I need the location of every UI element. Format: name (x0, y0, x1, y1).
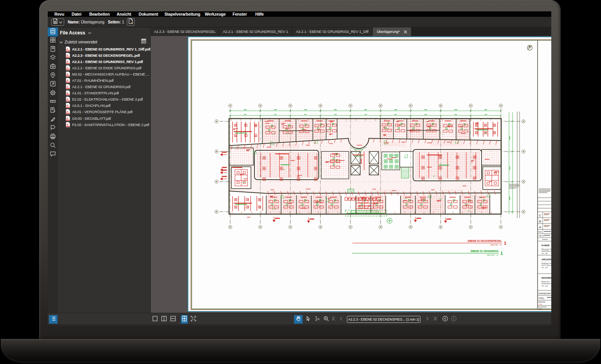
close-icon[interactable] (404, 30, 407, 34)
recent-grid-icon[interactable] (141, 38, 146, 45)
file-name: P2.02 - SANITÄRINSTALLATION – EBENE 2.pd… (72, 123, 149, 127)
first-page-button[interactable] (329, 315, 338, 324)
rev-label: REV (538, 231, 542, 233)
previous-page-button[interactable] (337, 315, 346, 324)
panel-tab-print[interactable] (48, 133, 58, 141)
pdf-file-icon (66, 122, 70, 127)
separator (179, 317, 179, 322)
pdf-file-icon (66, 103, 70, 108)
file-row[interactable]: P2.02 - SANITÄRINSTALLATION – EBENE 2.pd… (58, 121, 150, 128)
panel-tab-links[interactable] (48, 80, 58, 89)
previous-page-icon (338, 315, 345, 323)
next-view-button[interactable] (449, 315, 458, 324)
overlay-document-dropdown[interactable] (51, 18, 64, 26)
file-row[interactable]: G0.00 - DECKBLATT.pdf (58, 115, 150, 121)
menu-stapelverarbeitung[interactable]: Stapelverarbeitung (164, 11, 200, 17)
standort-label: STANDORT: (538, 292, 551, 295)
menu-ansicht[interactable]: Ansicht (117, 11, 131, 17)
menu-fenster[interactable]: Fenster (233, 11, 247, 17)
last-page-button[interactable] (431, 315, 439, 324)
main-area: File Access Zuletzt verwendet A2.2.1 - E… (48, 27, 551, 313)
recent-section-header[interactable]: Zuletzt verwendet (58, 39, 150, 45)
panel-tab-properties[interactable] (48, 89, 58, 97)
select-button[interactable] (304, 315, 312, 324)
select-text-button[interactable]: A (313, 315, 321, 324)
document-tabbar: A2.2.3 - EBENE 02 DECKENSPIEGELA2.2.1 - … (151, 27, 551, 36)
tab-grundriss-rev1-diff[interactable]: A2.2.1 - EBENE 02 GRUNDRISS_REV 1_Diff (292, 27, 373, 36)
titleblock-architekt-line2: Tel: +49 (541, 267, 548, 268)
titleblock-kunde-title: KUNDE (541, 244, 550, 247)
single-page-view-button[interactable] (152, 315, 159, 324)
menu-bearbeiten[interactable]: Bearbeiten (89, 11, 110, 17)
panel-tab-toolchest[interactable] (48, 63, 58, 71)
properties-icon (50, 90, 56, 97)
view-mode-group (152, 313, 197, 324)
panel-tab-signatures[interactable] (48, 115, 58, 124)
side-by-side-view-button[interactable] (161, 315, 168, 324)
panel-tab-studio[interactable] (48, 150, 58, 159)
menu-revu[interactable]: Revu (54, 11, 64, 17)
document-canvas[interactable]: EBENE 02 DECKENSPIEGELMASSSTAB 1 : 1001E… (151, 36, 551, 313)
markup-list-button[interactable] (49, 315, 58, 324)
pdf-file-icon (66, 53, 70, 58)
menu-werkzeuge[interactable]: Werkzeuge (205, 11, 226, 17)
massstab-label: MASSSTAB: (538, 301, 545, 303)
file-access-icon (50, 28, 56, 36)
file-row[interactable]: A2.2.2 - EBENE 02 ENDE GRUNDRISS.pdf (58, 65, 150, 71)
file-name: A2.2.3 - EBENE 02 DECKENSPIEGEL.pdf (72, 53, 140, 58)
page-navigation-field[interactable]: A2.2.3 - EBENE 02 DECKENSPIEG... (1 von … (347, 316, 421, 323)
tab-label: A2.2.1 - EBENE 02 GRUNDRISS_REV 1_Diff (296, 30, 368, 34)
app-window: RevuDateiBearbeitenAnsichtDokumentStapel… (48, 11, 551, 326)
markup-summary-icon (50, 107, 56, 115)
legend-red-scale: MASSSTAB 1 : 100 (490, 244, 502, 246)
laptop-base (1, 339, 600, 363)
panel-tab-flags[interactable] (48, 124, 58, 133)
menu-datei[interactable]: Datei (72, 11, 81, 17)
previous-view-button[interactable] (441, 315, 449, 324)
rev-letter-a: A (539, 225, 541, 229)
titleblock-kunde-line2: Tel: +49 (541, 252, 548, 254)
menu-hilfe[interactable]: Hilfe (255, 11, 264, 17)
titleblock-ingenieur-line0: Riemer Str. (541, 281, 550, 283)
panel-tab-search[interactable] (48, 142, 58, 150)
file-row[interactable]: A7.01 - RAUMHÖHEN.pdf (58, 77, 150, 83)
add-page-icon (128, 18, 134, 26)
flags-icon (50, 124, 56, 132)
panel-tab-spaces[interactable] (48, 72, 58, 80)
document-toolbar: Name: Überlagerung Seiten: 1 (48, 17, 551, 27)
panel-tab-file-access[interactable] (48, 27, 58, 36)
svg-text:A: A (317, 317, 319, 321)
menu-dokument[interactable]: Dokument (139, 11, 158, 17)
pan-button[interactable] (294, 315, 303, 324)
panel-tab-layers[interactable] (48, 54, 58, 63)
next-page-button[interactable] (423, 315, 431, 324)
file-row[interactable]: A2.2.1 - EBENE 02 GRUNDRISS.pdf (58, 84, 150, 90)
markup-list-icon (50, 315, 56, 323)
file-row[interactable]: A2.2.1 - EBENE 02 GRUNDRISS_REV 1_Diff.p… (58, 46, 150, 52)
file-row[interactable]: A2.2.1 - EBENE 02 GRUNDRISS_REV 1.pdf (58, 58, 150, 65)
titel-label: TITEL: (538, 297, 545, 299)
panel-tab-markup-summary[interactable] (48, 106, 58, 115)
fit-page-button[interactable] (190, 315, 197, 324)
pdf-file-icon (66, 84, 70, 89)
tab-deckenspiegel[interactable]: A2.2.3 - EBENE 02 DECKENSPIEGEL (151, 27, 219, 36)
file-row[interactable]: A2.6.1 - DACHPLAN.pdf (58, 103, 150, 109)
file-row[interactable]: A2.2.3 - EBENE 02 DECKENSPIEGEL.pdf (58, 52, 150, 58)
file-row[interactable]: M2.02 - MECHANISCHER AUFBAU – EBENE ... (58, 71, 150, 77)
menu-bar: RevuDateiBearbeitenAnsichtDokumentStapel… (48, 11, 551, 17)
stacked-view-button[interactable] (170, 315, 177, 324)
add-page-button[interactable] (127, 18, 135, 26)
panel-tab-thumbnails[interactable] (48, 36, 58, 45)
file-row[interactable]: A1.01 - STANDORTPLAN.pdf (58, 90, 150, 96)
side-by-side-view-icon (161, 315, 167, 323)
tab-grundriss-rev1[interactable]: A2.2.1 - EBENE 02 GRUNDRISS_REV 1 (219, 27, 292, 36)
titleblock-kunde-line0: Menzinger Str. (541, 248, 551, 250)
tab-ueberlagerung[interactable]: Überlagerung* (373, 27, 411, 36)
panel-tab-bookmarks[interactable] (48, 45, 58, 54)
split-document-button[interactable] (181, 315, 188, 324)
chevron-down-icon[interactable] (85, 29, 92, 36)
file-row[interactable]: E2.02 - ELEKTROANLAGEN – EBENE 2.pdf (58, 96, 150, 103)
stage: RevuDateiBearbeitenAnsichtDokumentStapel… (0, 0, 601, 364)
file-row[interactable]: A6.01 - VERGRÖSSERTE PLÄNE.pdf (58, 109, 150, 115)
panel-tab-measurements[interactable] (48, 98, 58, 106)
